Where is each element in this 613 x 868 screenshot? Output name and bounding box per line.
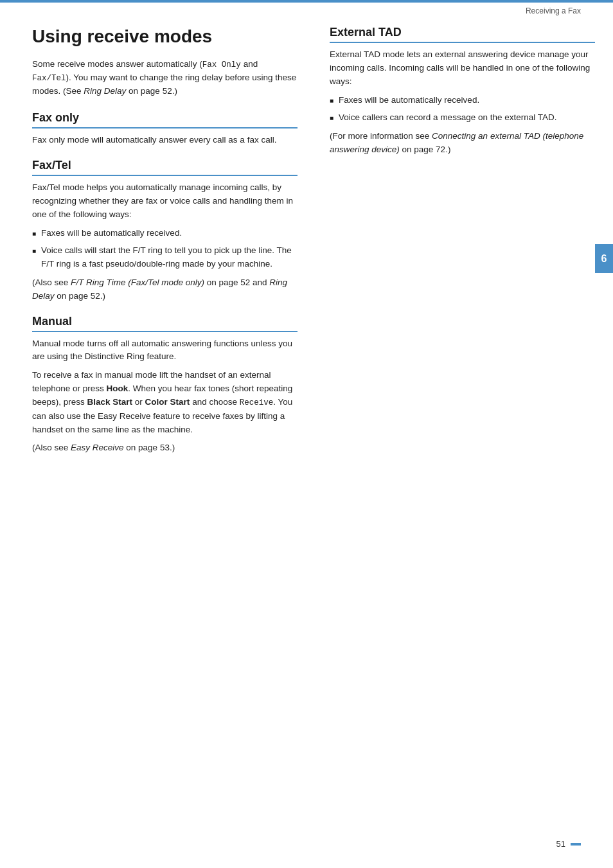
faxtel-bullet-2: Voice calls will start the F/T ring to t… <box>32 244 298 271</box>
left-column: Using receive modes Some receive modes a… <box>32 26 304 829</box>
externaltad-note: (For more information see Connecting an … <box>330 130 595 157</box>
externaltad-body: External TAD mode lets an external answe… <box>330 48 595 89</box>
intro-code-faxonly: Fax Only <box>202 60 241 69</box>
manual-bold-blackstart: Black Start <box>87 397 133 407</box>
manual-body-1: Manual mode turns off all automatic answ… <box>32 337 298 364</box>
externaltad-note-italic: Connecting an external TAD (telephone an… <box>330 131 583 154</box>
manual-bold-hook: Hook <box>107 384 129 393</box>
externaltad-bullets: Faxes will be automatically received. Vo… <box>330 94 595 125</box>
top-bar <box>0 0 613 3</box>
faxtel-note-italic1: F/T Ring Time (Fax/Tel mode only) <box>71 278 204 287</box>
chapter-tab: 6 <box>595 244 613 273</box>
page-number-box <box>571 843 581 846</box>
right-column: External TAD External TAD mode lets an e… <box>323 26 595 829</box>
page-number-area: 51 <box>556 839 581 849</box>
section-heading-externaltad: External TAD <box>330 26 595 43</box>
header-title: Receiving a Fax <box>526 6 581 15</box>
faxtel-note: (Also see F/T Ring Time (Fax/Tel mode on… <box>32 276 298 303</box>
page-number: 51 <box>556 839 565 849</box>
content-wrap: Using receive modes Some receive modes a… <box>32 26 595 829</box>
faxonly-body: Fax only mode will automatically answer … <box>32 134 298 147</box>
manual-body-2: To receive a fax in manual mode lift the… <box>32 369 298 436</box>
faxtel-body: Fax/Tel mode helps you automatically man… <box>32 181 298 222</box>
manual-code-receive: Receive <box>240 398 274 407</box>
manual-note-italic: Easy Receive <box>71 443 124 452</box>
intro-paragraph: Some receive modes answer automatically … <box>32 58 298 99</box>
externaltad-bullet-1: Faxes will be automatically received. <box>330 94 595 107</box>
main-title: Using receive modes <box>32 26 298 48</box>
manual-bold-colorstart: Color Start <box>145 397 190 407</box>
intro-code-faxtel: Fax/Tel <box>32 74 66 83</box>
section-heading-faxonly: Fax only <box>32 111 298 128</box>
section-heading-faxtel: Fax/Tel <box>32 159 298 176</box>
faxtel-bullet-1: Faxes will be automatically received. <box>32 227 298 240</box>
manual-note: (Also see Easy Receive on page 53.) <box>32 441 298 455</box>
externaltad-bullet-2: Voice callers can record a message on th… <box>330 111 595 125</box>
faxtel-bullets: Faxes will be automatically received. Vo… <box>32 227 298 271</box>
section-heading-manual: Manual <box>32 315 298 332</box>
intro-link-ringdelay: Ring Delay <box>84 86 126 96</box>
